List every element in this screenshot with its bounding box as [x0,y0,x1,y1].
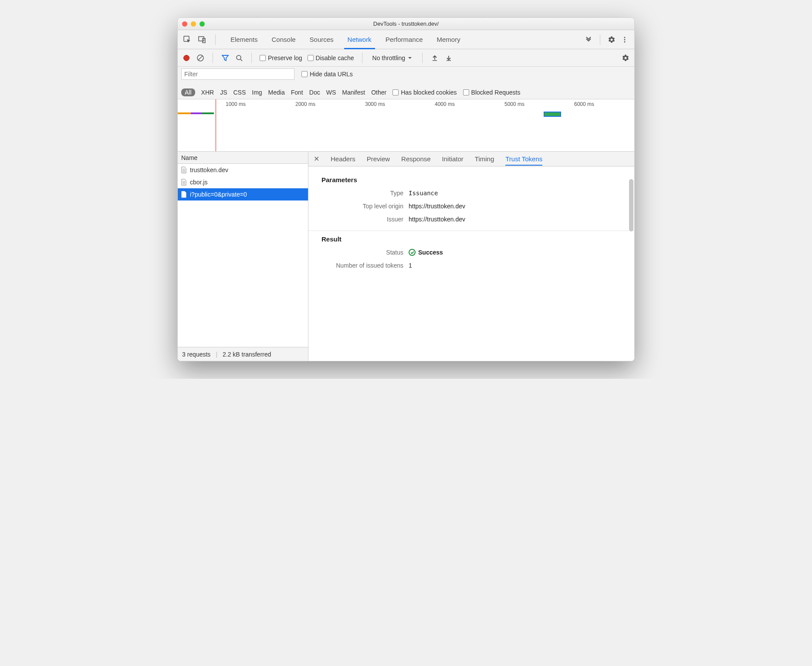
tab-elements[interactable]: Elements [223,30,265,49]
filter-type-ws[interactable]: WS [326,89,336,96]
svg-point-8 [237,55,241,60]
divider [422,53,423,63]
issuer-label: Issuer [321,216,409,223]
filter-type-xhr[interactable]: XHR [201,89,214,96]
throttling-select[interactable]: No throttling [370,53,414,63]
device-toolbar-icon[interactable] [198,35,206,44]
request-name: cbor.js [190,179,207,186]
detail-tab-trust-tokens[interactable]: Trust Tokens [505,153,542,165]
scrollbar[interactable] [629,179,633,231]
kebab-menu-icon[interactable] [620,35,629,44]
divider [251,53,252,63]
svg-rect-11 [447,60,451,61]
filter-type-css[interactable]: CSS [233,89,246,96]
minimize-window-button[interactable] [191,21,196,27]
timeline-label: 6000 ms [574,101,596,107]
window-title: DevTools - trusttoken.dev/ [178,20,634,27]
request-row[interactable]: cbor.js [178,176,308,188]
detail-tab-response[interactable]: Response [401,153,431,165]
filter-type-doc[interactable]: Doc [309,89,320,96]
request-name: i?public=0&private=0 [190,191,247,198]
type-label: Type [321,190,409,197]
filter-type-other[interactable]: Other [371,89,386,96]
document-icon [180,179,187,186]
filter-type-media[interactable]: Media [268,89,285,96]
maximize-window-button[interactable] [200,21,205,27]
issuer-value: https://trusttoken.dev [409,216,465,223]
detail-tab-preview[interactable]: Preview [367,153,390,165]
download-har-icon[interactable] [444,54,453,62]
has-blocked-cookies-checkbox[interactable]: Has blocked cookies [392,89,457,96]
upload-har-icon[interactable] [430,54,439,62]
type-value: Issuance [409,190,438,197]
request-list-pane: Name trusttoken.devcbor.jsi?public=0&pri… [178,152,308,361]
origin-label: Top level origin [321,203,409,210]
svg-rect-1 [199,37,204,41]
timeline-label: 3000 ms [365,101,387,107]
waterfall-timeline[interactable]: 1000 ms2000 ms3000 ms4000 ms5000 ms6000 … [178,99,634,152]
tab-network[interactable]: Network [341,30,379,49]
filter-type-manifest[interactable]: Manifest [342,89,365,96]
svg-point-4 [624,39,626,40]
svg-point-5 [624,41,626,42]
filter-type-img[interactable]: Img [252,89,262,96]
disable-cache-checkbox[interactable]: Disable cache [308,54,354,61]
tab-console[interactable]: Console [265,30,303,49]
filter-funnel-icon[interactable] [221,54,230,62]
detail-tab-timing[interactable]: Timing [475,153,494,165]
name-column-header[interactable]: Name [178,152,308,164]
main-split: Name trusttoken.devcbor.jsi?public=0&pri… [178,152,634,361]
blocked-requests-checkbox[interactable]: Blocked Requests [463,89,521,96]
status-value: Success [418,249,443,256]
status-bar: 3 requests | 2.2 kB transferred [178,347,308,361]
more-tabs-icon[interactable] [584,35,593,44]
hide-data-urls-label: Hide data URLs [310,71,353,78]
record-button[interactable] [182,54,191,62]
filter-bar: Hide data URLs AllXHRJSCSSImgMediaFontDo… [178,67,634,99]
result-heading: Result [321,235,626,243]
tab-performance[interactable]: Performance [379,30,430,49]
network-settings-icon[interactable] [621,54,630,62]
filter-input[interactable] [181,68,294,80]
parameters-heading: Parameters [321,176,626,183]
network-toolbar: Preserve log Disable cache No throttling [178,49,634,67]
request-row[interactable]: trusttoken.dev [178,164,308,176]
svg-line-9 [240,59,242,61]
token-count-value: 1 [409,262,412,269]
divider [213,53,213,63]
clear-icon[interactable] [196,54,205,62]
tab-sources[interactable]: Sources [303,30,341,49]
detail-tabs: ✕ HeadersPreviewResponseInitiatorTimingT… [308,152,634,166]
throttling-label: No throttling [372,54,405,61]
request-count: 3 requests [182,351,210,358]
request-row[interactable]: i?public=0&private=0 [178,188,308,200]
token-count-label: Number of issued tokens [321,262,409,269]
svg-rect-10 [433,60,437,61]
detail-tab-initiator[interactable]: Initiator [442,153,464,165]
close-window-button[interactable] [182,21,187,27]
filter-type-font[interactable]: Font [291,89,303,96]
detail-pane: ✕ HeadersPreviewResponseInitiatorTimingT… [308,152,634,361]
settings-gear-icon[interactable] [607,35,616,44]
preserve-log-checkbox[interactable]: Preserve log [260,54,302,61]
document-icon [180,166,187,173]
titlebar: DevTools - trusttoken.dev/ [178,18,634,30]
timeline-label: 2000 ms [295,101,317,107]
origin-value: https://trusttoken.dev [409,203,465,210]
close-icon[interactable]: ✕ [312,155,321,163]
hide-data-urls-checkbox[interactable]: Hide data URLs [301,71,353,78]
success-check-icon [409,249,416,256]
svg-point-3 [624,37,626,38]
divider [215,34,216,45]
timeline-label: 1000 ms [226,101,247,107]
transferred-size: 2.2 kB transferred [223,351,271,358]
main-tabbar: ElementsConsoleSourcesNetworkPerformance… [178,30,634,49]
filter-type-js[interactable]: JS [220,89,227,96]
tab-memory[interactable]: Memory [430,30,467,49]
filter-type-all[interactable]: All [181,88,195,96]
search-icon[interactable] [235,54,244,62]
inspect-icon[interactable] [183,35,192,44]
disable-cache-label: Disable cache [316,54,354,61]
divider [600,34,600,45]
detail-tab-headers[interactable]: Headers [331,153,355,165]
